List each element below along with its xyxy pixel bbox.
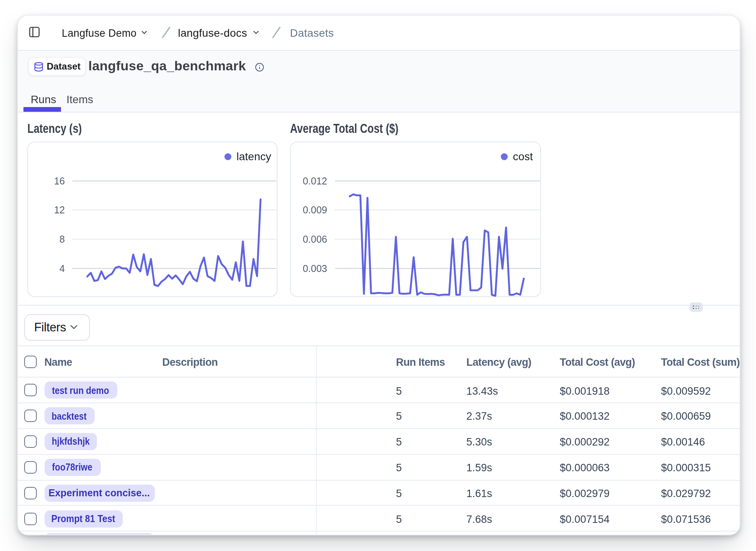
svg-text:8: 8 bbox=[59, 234, 65, 245]
svg-text:0.012: 0.012 bbox=[303, 175, 327, 186]
svg-text:0.003: 0.003 bbox=[303, 263, 327, 274]
svg-text:cost: cost bbox=[513, 150, 533, 163]
svg-text:0.009: 0.009 bbox=[303, 204, 327, 215]
svg-text:4: 4 bbox=[59, 263, 65, 274]
svg-text:latency: latency bbox=[236, 150, 271, 163]
svg-text:0.006: 0.006 bbox=[303, 234, 327, 245]
svg-text:12: 12 bbox=[54, 204, 65, 215]
svg-text:16: 16 bbox=[54, 175, 65, 186]
